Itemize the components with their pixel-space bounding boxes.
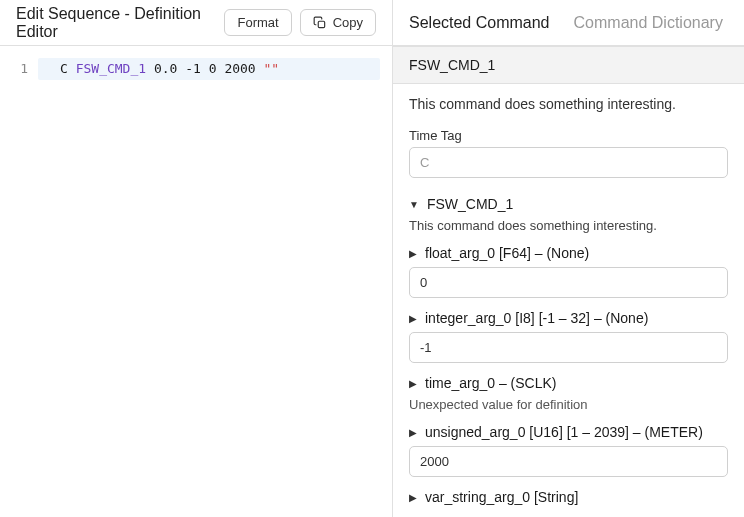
token-arg: 0 [209, 61, 217, 76]
command-section-header[interactable]: ▼ FSW_CMD_1 [409, 196, 728, 212]
detail-body: This command does something interesting.… [393, 84, 744, 517]
format-button-label: Format [237, 15, 278, 30]
svg-rect-0 [318, 21, 324, 27]
code-editor[interactable]: 1 C FSW_CMD_1 0.0 -1 0 2000 "" [0, 46, 392, 517]
token-timetag: C [60, 61, 68, 76]
arg-float: ▶ float_arg_0 [F64] – (None) [409, 245, 728, 298]
arg-float-input[interactable] [409, 267, 728, 298]
editor-panel: Edit Sequence - Definition Editor Format… [0, 0, 393, 517]
code-area[interactable]: C FSW_CMD_1 0.0 -1 0 2000 "" [38, 58, 392, 517]
arg-integer-input[interactable] [409, 332, 728, 363]
caret-down-icon: ▼ [409, 199, 419, 210]
arg-time-label: time_arg_0 – (SCLK) [425, 375, 557, 391]
code-line[interactable]: C FSW_CMD_1 0.0 -1 0 2000 "" [38, 58, 380, 80]
arg-time-note: Unexpected value for definition [409, 397, 728, 412]
caret-right-icon: ▶ [409, 248, 417, 259]
arg-unsigned-label: unsigned_arg_0 [U16] [1 – 2039] – (METER… [425, 424, 703, 440]
arg-var-string-header[interactable]: ▶ var_string_arg_0 [String] [409, 489, 728, 505]
command-section-desc: This command does something interesting. [409, 218, 728, 233]
tabs: Selected Command Command Dictionary [393, 0, 744, 46]
token-command: FSW_CMD_1 [76, 61, 146, 76]
arg-float-header[interactable]: ▶ float_arg_0 [F64] – (None) [409, 245, 728, 261]
caret-right-icon: ▶ [409, 427, 417, 438]
token-arg: 2000 [224, 61, 255, 76]
editor-header: Edit Sequence - Definition Editor Format… [0, 0, 392, 46]
arg-time-header[interactable]: ▶ time_arg_0 – (SCLK) [409, 375, 728, 391]
time-tag-input[interactable] [409, 147, 728, 178]
arg-time: ▶ time_arg_0 – (SCLK) Unexpected value f… [409, 375, 728, 412]
token-arg: 0.0 [154, 61, 177, 76]
arg-integer-label: integer_arg_0 [I8] [-1 – 32] – (None) [425, 310, 648, 326]
arg-var-string-label: var_string_arg_0 [String] [425, 489, 578, 505]
token-arg: -1 [185, 61, 201, 76]
arg-float-label: float_arg_0 [F64] – (None) [425, 245, 589, 261]
copy-button[interactable]: Copy [300, 9, 376, 36]
format-button[interactable]: Format [224, 9, 291, 36]
time-tag-label: Time Tag [409, 128, 728, 143]
arg-unsigned-input[interactable] [409, 446, 728, 477]
arg-integer-header[interactable]: ▶ integer_arg_0 [I8] [-1 – 32] – (None) [409, 310, 728, 326]
editor-gutter: 1 [0, 58, 38, 517]
arg-integer: ▶ integer_arg_0 [I8] [-1 – 32] – (None) [409, 310, 728, 363]
editor-title: Edit Sequence - Definition Editor [16, 5, 216, 41]
detail-panel: Selected Command Command Dictionary FSW_… [393, 0, 744, 517]
arg-unsigned-header[interactable]: ▶ unsigned_arg_0 [U16] [1 – 2039] – (MET… [409, 424, 728, 440]
token-arg: "" [264, 61, 280, 76]
command-section-name: FSW_CMD_1 [427, 196, 513, 212]
tab-selected-command[interactable]: Selected Command [409, 14, 550, 32]
copy-button-label: Copy [333, 15, 363, 30]
command-name-bar: FSW_CMD_1 [393, 46, 744, 84]
gutter-line-number: 1 [0, 58, 28, 80]
caret-right-icon: ▶ [409, 313, 417, 324]
caret-right-icon: ▶ [409, 492, 417, 503]
command-description: This command does something interesting. [409, 96, 728, 112]
caret-right-icon: ▶ [409, 378, 417, 389]
arg-unsigned: ▶ unsigned_arg_0 [U16] [1 – 2039] – (MET… [409, 424, 728, 477]
arg-var-string: ▶ var_string_arg_0 [String] [409, 489, 728, 505]
tab-command-dictionary[interactable]: Command Dictionary [574, 14, 723, 32]
copy-icon [313, 16, 327, 30]
